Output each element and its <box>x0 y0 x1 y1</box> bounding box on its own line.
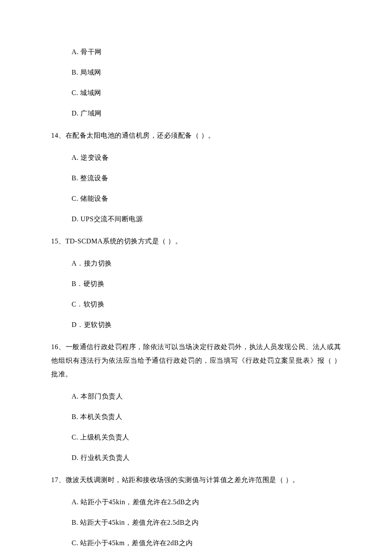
q13-option-b: B. 局域网 <box>72 67 341 78</box>
q17-option-b: B. 站距大于45kin，差值允许在2.5dB之内 <box>72 517 341 528</box>
q14-option-c: C. 储能设备 <box>72 194 341 204</box>
q15-option-b: B．硬切换 <box>72 279 341 289</box>
q15-option-a: A．接力切换 <box>72 258 341 269</box>
q17-text: 17、微波天线调测时，站距和接收场强的实测值与计算值之差允许范围是（ ）。 <box>51 473 341 487</box>
q13-option-d: D. 广域网 <box>72 108 341 119</box>
q15-option-d: D．更软切换 <box>72 320 341 330</box>
q16-option-d: D. 行业机关负责人 <box>72 453 341 463</box>
q16-option-c: C. 上级机关负责人 <box>72 432 341 442</box>
q15-text: 15、TD-SCDMA系统的切换方式是（ ）。 <box>51 234 341 248</box>
q15-option-c: C．软切换 <box>72 299 341 309</box>
q14-option-d: D. UPS交流不间断电源 <box>72 214 341 224</box>
q17-option-a: A. 站距小于45kin，差值允许在2.5dB之内 <box>72 497 341 507</box>
q14-text: 14、在配备太阳电池的通信机房，还必须配备（ ）。 <box>51 129 341 142</box>
q14-option-b: B. 整流设备 <box>72 173 341 183</box>
q16-option-b: B. 本机关负责人 <box>72 412 341 422</box>
q14-option-a: A. 逆变设备 <box>72 153 341 163</box>
q16-option-a: A. 本部门负责人 <box>72 391 341 402</box>
q16-text: 16、一般通信行政处罚程序，除依法可以当场决定行政处罚外，执法人员发现公民、法人… <box>51 340 341 381</box>
q13-option-c: C. 城域网 <box>72 88 341 98</box>
q17-option-c: C. 站距小于45km，差值允许在2dB之内 <box>72 538 341 548</box>
q13-option-a: A. 骨干网 <box>72 47 341 57</box>
page-content: A. 骨干网 B. 局域网 C. 城域网 D. 广域网 14、在配备太阳电池的通… <box>0 0 392 555</box>
